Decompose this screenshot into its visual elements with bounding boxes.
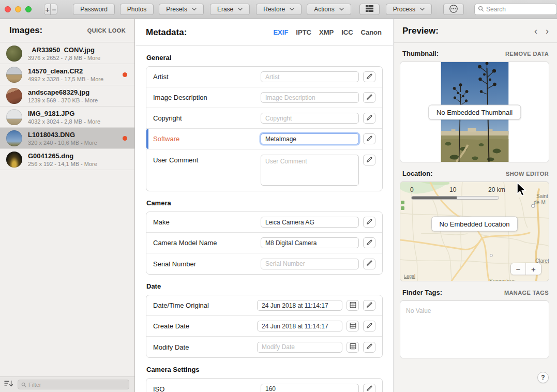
pencil-icon xyxy=(366,322,373,331)
more-link[interactable]: More xyxy=(87,118,100,125)
modified-dot xyxy=(123,72,127,77)
show-editor-button[interactable]: SHOW EDITOR xyxy=(506,171,549,177)
edit-button[interactable] xyxy=(363,217,375,228)
field-input[interactable] xyxy=(257,300,342,311)
map-zoom-out-button[interactable]: − xyxy=(511,263,526,275)
field-input[interactable] xyxy=(261,217,359,228)
metadata-row: Serial Number xyxy=(146,253,382,274)
calendar-button[interactable] xyxy=(347,300,359,311)
help-button[interactable]: ? xyxy=(537,372,549,383)
image-list-item[interactable]: IMG_9181.JPG4032 x 3024 - 2,8 MB - More xyxy=(0,107,134,128)
actions-button[interactable]: Actions xyxy=(307,4,351,15)
sort-icon[interactable] xyxy=(4,380,13,389)
edit-button[interactable] xyxy=(363,300,375,311)
edit-button[interactable] xyxy=(363,342,375,353)
manage-tags-button[interactable]: MANAGE TAGS xyxy=(504,290,549,296)
edit-button[interactable] xyxy=(363,384,375,392)
metadata-list-icon xyxy=(365,5,374,14)
quick-look-button[interactable]: QUICK LOOK xyxy=(87,27,126,34)
process-button[interactable]: Process xyxy=(386,4,432,15)
calendar-button[interactable] xyxy=(347,342,359,353)
image-list-item[interactable]: _AR33950_CONV.jpg3976 x 2652 - 7,8 MB - … xyxy=(0,43,134,64)
field-input[interactable] xyxy=(261,113,359,124)
field-input[interactable] xyxy=(257,321,342,331)
calendar-icon xyxy=(350,322,356,331)
field-input[interactable] xyxy=(261,384,359,392)
field-label: ISO xyxy=(153,385,261,392)
tab-exif[interactable]: EXIF xyxy=(273,28,288,36)
metadata-row: Image Description xyxy=(146,87,382,108)
chevron-right-icon[interactable]: › xyxy=(546,26,549,36)
edit-button[interactable] xyxy=(363,321,375,331)
metadata-row: Camera Model Name xyxy=(146,233,382,253)
presets-button[interactable]: Presets xyxy=(159,4,204,15)
image-list-item[interactable]: andscape68329.jpg1239 x 569 - 370 KB - M… xyxy=(0,85,134,107)
section-group: ISO xyxy=(146,378,383,392)
filter-input[interactable] xyxy=(28,382,126,388)
filter-field[interactable] xyxy=(18,380,129,389)
edit-button[interactable] xyxy=(363,113,375,124)
tab-canon[interactable]: Canon xyxy=(361,28,382,36)
minimize-window-button[interactable] xyxy=(15,6,21,12)
restore-button[interactable]: Restore xyxy=(256,4,302,15)
field-input[interactable] xyxy=(261,133,359,144)
section-title: Camera xyxy=(146,199,383,207)
calendar-button[interactable] xyxy=(347,321,359,331)
more-link[interactable]: More xyxy=(87,55,100,61)
edit-button[interactable] xyxy=(363,92,375,103)
field-input[interactable] xyxy=(261,237,359,248)
toolbar-button-label: Password xyxy=(80,6,108,13)
chevron-left-icon[interactable]: ‹ xyxy=(534,26,537,36)
no-embedded-thumbnail-badge: No Embedded Thumbnail xyxy=(428,104,521,119)
erase-button[interactable]: Erase xyxy=(210,4,250,15)
edit-button[interactable] xyxy=(363,237,375,248)
map-scale-0: 0 xyxy=(410,186,414,193)
image-thumbnail xyxy=(6,152,22,168)
image-list-item[interactable]: L1018043.DNG320 x 240 - 10,6 MB - More xyxy=(0,128,134,149)
metadata-row: User Comment xyxy=(146,149,382,191)
image-meta: IMG_9181.JPG4032 x 3024 - 2,8 MB - More xyxy=(28,110,100,125)
chevron-down-icon xyxy=(192,8,197,11)
image-list-item[interactable]: 14570_clean.CR24992 x 3328 - 17,5 MB - M… xyxy=(0,64,134,85)
tab-icc[interactable]: ICC xyxy=(341,28,353,36)
field-input[interactable] xyxy=(257,342,342,353)
image-list-item[interactable]: G0041265.dng256 x 192 - 14,1 MB - More xyxy=(0,149,134,170)
add-image-button[interactable]: + xyxy=(44,4,51,14)
map-legal-link[interactable]: Legal xyxy=(404,274,415,279)
edit-button[interactable] xyxy=(363,155,375,165)
tab-iptc[interactable]: IPTC xyxy=(296,28,311,36)
pencil-icon xyxy=(366,134,373,144)
more-link[interactable]: More xyxy=(84,161,97,167)
map-zoom-in-button[interactable]: + xyxy=(526,263,541,275)
field-input[interactable] xyxy=(261,92,359,103)
location-map[interactable]: 0 10 20 km Saint de-M Claret Sommières N… xyxy=(400,182,549,281)
image-dimensions-size: 3976 x 2652 - 7,8 MB - xyxy=(28,55,87,61)
remove-image-button[interactable]: − xyxy=(51,4,57,14)
image-dimensions-size: 4032 x 3024 - 2,8 MB - xyxy=(28,118,87,125)
edit-button[interactable] xyxy=(363,259,375,269)
photos-button[interactable]: Photos xyxy=(120,4,154,15)
edit-button[interactable] xyxy=(363,71,375,82)
search-input[interactable] xyxy=(486,6,553,13)
password-button[interactable]: Password xyxy=(73,4,115,15)
finder-tags-field[interactable]: No Value xyxy=(400,300,549,358)
field-input[interactable] xyxy=(261,155,359,186)
window-controls xyxy=(5,6,32,12)
more-link[interactable]: More xyxy=(91,76,103,82)
process-button-label: Process xyxy=(393,6,415,13)
metadata-panel-button[interactable] xyxy=(359,4,380,15)
field-input[interactable] xyxy=(261,259,359,269)
edit-button[interactable] xyxy=(363,133,375,144)
search-field[interactable] xyxy=(474,4,557,15)
more-link[interactable]: More xyxy=(85,97,98,103)
more-link[interactable]: More xyxy=(84,140,97,146)
field-input[interactable] xyxy=(261,71,359,82)
toolbar-button-label: Actions xyxy=(314,6,334,13)
section-title: Date xyxy=(146,282,383,290)
more-options-button[interactable] xyxy=(443,4,464,15)
close-window-button[interactable] xyxy=(5,6,11,12)
zoom-window-button[interactable] xyxy=(25,6,32,12)
image-details: 1239 x 569 - 370 KB - More xyxy=(28,97,98,103)
remove-data-button[interactable]: REMOVE DATA xyxy=(505,51,549,57)
tab-xmp[interactable]: XMP xyxy=(319,28,334,36)
